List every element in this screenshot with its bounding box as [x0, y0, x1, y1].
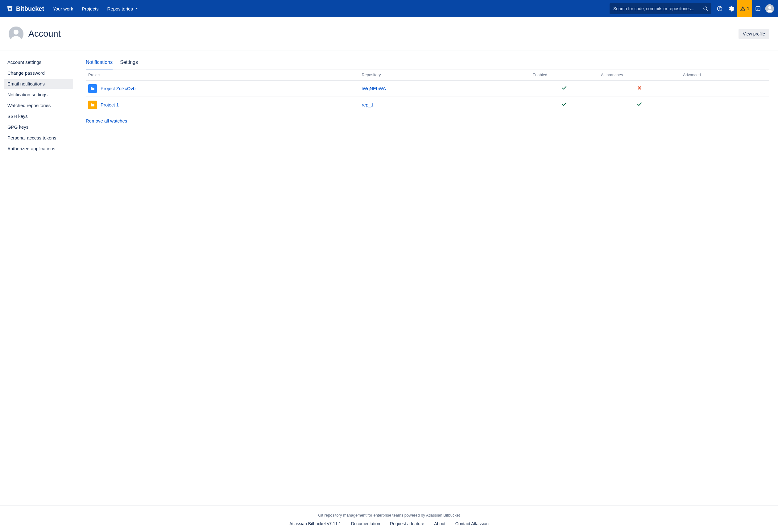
- bitbucket-icon: [6, 5, 14, 12]
- nav-projects-label: Projects: [82, 6, 98, 11]
- warning-icon: [740, 6, 746, 11]
- avatar-icon: [765, 4, 774, 13]
- help-button[interactable]: [714, 0, 725, 17]
- nav-left: Bitbucket Your work Projects Repositorie…: [2, 4, 142, 14]
- project-link[interactable]: Project ZcikcOvb: [100, 86, 136, 91]
- svg-point-9: [768, 6, 771, 9]
- settings-button[interactable]: [725, 0, 737, 17]
- table-row: Project 1rep_1: [86, 96, 769, 113]
- svg-rect-5: [756, 6, 760, 10]
- th-project: Project: [86, 69, 359, 81]
- check-icon: [561, 103, 567, 108]
- footer-request-label: Request a feature: [390, 521, 424, 526]
- sidebar-item-gpg-keys[interactable]: GPG keys: [4, 122, 73, 132]
- repository-link[interactable]: rep_1: [362, 102, 373, 107]
- account-avatar-icon: [9, 26, 23, 42]
- check-icon: [561, 86, 567, 92]
- profile-menu[interactable]: [764, 0, 776, 17]
- footer-contact-label: Contact Atlassian: [455, 521, 489, 526]
- cell-all-branches: [599, 80, 681, 96]
- repository-link[interactable]: lWqNEbWA: [362, 86, 386, 91]
- chevron-down-icon: [135, 7, 139, 10]
- dot-separator: ·: [383, 521, 387, 526]
- sidebar-item-notification-settings[interactable]: Notification settings: [4, 89, 73, 100]
- tab-settings[interactable]: Settings: [120, 57, 138, 69]
- alerts-count: 1: [747, 6, 749, 11]
- footer-documentation-label: Documentation: [351, 521, 380, 526]
- dot-separator: ·: [426, 521, 432, 526]
- th-all-branches: All branches: [599, 69, 681, 81]
- check-icon: [637, 103, 642, 108]
- sidebar-item-account-settings[interactable]: Account settings: [4, 57, 73, 67]
- main-content: Notifications Settings Project Repositor…: [77, 51, 778, 505]
- nav-your-work[interactable]: Your work: [49, 4, 77, 14]
- table-row: Project ZcikcOvblWqNEbWA: [86, 80, 769, 96]
- footer-documentation-link[interactable]: Documentation: [351, 521, 380, 526]
- body: Account settingsChange passwordEmail not…: [0, 51, 778, 505]
- svg-rect-0: [9, 8, 11, 10]
- footer-version: Atlassian Bitbucket v7.11.1: [289, 521, 341, 526]
- nav-repositories-label: Repositories: [107, 6, 133, 11]
- brand-name: Bitbucket: [16, 5, 44, 12]
- search-input[interactable]: [613, 6, 703, 11]
- tab-notifications-label: Notifications: [86, 60, 112, 65]
- remove-all-label: Remove all watches: [86, 118, 127, 124]
- footer-tagline: Git repository management for enterprise…: [0, 513, 778, 518]
- footer-links: Atlassian Bitbucket v7.11.1 · Documentat…: [0, 521, 778, 526]
- footer-about-link[interactable]: About: [434, 521, 446, 526]
- cell-enabled: [530, 80, 599, 96]
- footer-contact-link[interactable]: Contact Atlassian: [455, 521, 489, 526]
- remove-all-watches-link[interactable]: Remove all watches: [86, 118, 127, 124]
- sidebar: Account settingsChange passwordEmail not…: [0, 51, 77, 505]
- nav-your-work-label: Your work: [53, 6, 73, 11]
- cell-all-branches: [599, 96, 681, 113]
- cross-icon: [637, 86, 642, 92]
- th-advanced: Advanced: [681, 69, 769, 81]
- tabs: Notifications Settings: [86, 57, 769, 69]
- sidebar-item-personal-access-tokens[interactable]: Personal access tokens: [4, 133, 73, 143]
- svg-point-1: [704, 7, 707, 10]
- alerts-button[interactable]: 1: [737, 0, 752, 17]
- folder-icon: [88, 84, 97, 93]
- footer-about-label: About: [434, 521, 446, 526]
- gear-icon: [728, 6, 734, 12]
- nav-projects[interactable]: Projects: [78, 4, 102, 14]
- nav-right: 1: [610, 0, 776, 17]
- sidebar-item-email-notifications[interactable]: Email notifications: [4, 79, 73, 89]
- page-header: Account View profile: [0, 17, 778, 51]
- svg-point-4: [720, 10, 720, 10]
- badge-icon: [755, 6, 761, 12]
- cell-advanced: [681, 96, 769, 113]
- watches-table: Project Repository Enabled All branches …: [86, 69, 769, 113]
- footer: Git repository management for enterprise…: [0, 505, 778, 532]
- view-profile-button[interactable]: View profile: [738, 29, 769, 39]
- footer-request-feature-link[interactable]: Request a feature: [390, 521, 424, 526]
- dot-separator: ·: [448, 521, 453, 526]
- th-repository: Repository: [359, 69, 530, 81]
- page-title: Account: [28, 29, 61, 39]
- nav-repositories[interactable]: Repositories: [103, 4, 142, 14]
- cell-repository: lWqNEbWA: [359, 80, 530, 96]
- cell-project: Project ZcikcOvb: [86, 80, 359, 96]
- th-enabled: Enabled: [530, 69, 599, 81]
- cell-project: Project 1: [86, 96, 359, 113]
- sidebar-item-watched-repositories[interactable]: Watched repositories: [4, 100, 73, 110]
- cell-enabled: [530, 96, 599, 113]
- view-profile-label: View profile: [743, 31, 765, 36]
- dot-separator: ·: [344, 521, 348, 526]
- sidebar-item-ssh-keys[interactable]: SSH keys: [4, 111, 73, 121]
- svg-line-2: [706, 10, 707, 10]
- search-icon: [703, 6, 708, 11]
- tab-notifications[interactable]: Notifications: [86, 57, 112, 69]
- sidebar-item-authorized-applications[interactable]: Authorized applications: [4, 144, 73, 154]
- sidebar-item-change-password[interactable]: Change password: [4, 68, 73, 78]
- help-icon: [717, 6, 723, 12]
- cell-repository: rep_1: [359, 96, 530, 113]
- search-box[interactable]: [610, 3, 711, 14]
- brand-logo[interactable]: Bitbucket: [2, 5, 48, 12]
- top-nav: Bitbucket Your work Projects Repositorie…: [0, 0, 778, 17]
- project-link[interactable]: Project 1: [100, 102, 119, 107]
- whats-new-button[interactable]: [752, 0, 764, 17]
- tab-settings-label: Settings: [120, 60, 138, 65]
- cell-advanced: [681, 80, 769, 96]
